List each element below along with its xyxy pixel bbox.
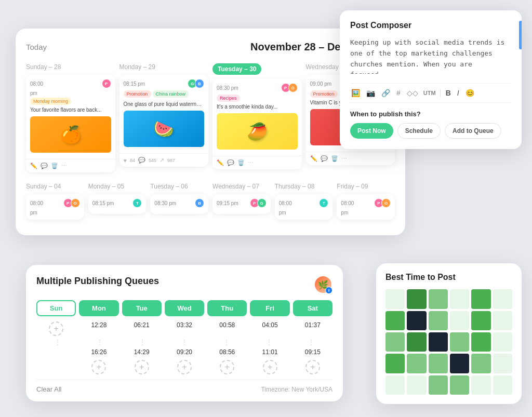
heatmap-cell-1-3 bbox=[450, 311, 469, 330]
post-time-monday: 08:15 pm G B bbox=[124, 79, 205, 88]
add-time-mon[interactable]: + bbox=[91, 360, 106, 374]
tag-promotion-wed: Promotion bbox=[310, 90, 338, 98]
week-row-2: Sunday – 04 08:00 P O pm Monday – 05 08:… bbox=[26, 183, 395, 220]
day-header-monday: Monday – 29 bbox=[119, 63, 209, 71]
post-card-fri09[interactable]: 08:00 P O pm bbox=[337, 194, 395, 220]
add-col-tue: + bbox=[122, 360, 162, 374]
add-time-tue[interactable]: + bbox=[135, 360, 149, 374]
heart-icon[interactable]: ♥ bbox=[124, 157, 127, 164]
tab-thu[interactable]: Thu bbox=[207, 300, 247, 316]
delete-icon[interactable]: 🗑️ bbox=[331, 155, 338, 162]
heatmap-cell-3-2 bbox=[429, 354, 448, 373]
composer-title: Post Composer bbox=[350, 21, 511, 30]
more-icon[interactable]: ⋯ bbox=[341, 155, 347, 162]
queue-time-fri1: 04:05 bbox=[262, 321, 278, 329]
post-image-tuesday: 🥭 bbox=[217, 113, 298, 150]
day-header-thu08: Thursday – 08 bbox=[275, 183, 333, 190]
day-header-sunday: Sunday – 28 bbox=[26, 63, 115, 71]
heatmap-cell-4-3 bbox=[450, 375, 469, 395]
tab-fri[interactable]: Fri bbox=[250, 300, 289, 316]
link-toolbar-icon[interactable]: 🔗 bbox=[380, 88, 391, 98]
queue-time-sat2: 09:15 bbox=[305, 348, 321, 356]
add-col-thu: + bbox=[207, 360, 247, 374]
queue-col-thu: 00:58 bbox=[207, 321, 247, 336]
avatar: O bbox=[381, 198, 391, 208]
utm-label[interactable]: UTM bbox=[423, 90, 436, 96]
comment-icon[interactable]: 💬 bbox=[321, 155, 328, 162]
more-icon[interactable]: ⋯ bbox=[61, 163, 67, 169]
toolbar-divider bbox=[440, 89, 441, 97]
edit-icon[interactable]: ✏️ bbox=[310, 155, 317, 162]
add-time-sat[interactable]: + bbox=[305, 360, 320, 374]
add-col-sun bbox=[36, 360, 76, 374]
tab-wed[interactable]: Wed bbox=[165, 300, 204, 316]
publish-buttons: Post Now Schedule Add to Queue bbox=[350, 123, 511, 139]
tab-tue[interactable]: Tue bbox=[122, 300, 162, 316]
clear-all-button[interactable]: Clear All bbox=[36, 385, 61, 393]
edit-icon[interactable]: ✏️ bbox=[217, 159, 224, 166]
queue-col-tue2: 14:29 bbox=[122, 348, 162, 356]
add-time-fri[interactable]: + bbox=[263, 360, 277, 374]
heatmap-cell-2-3 bbox=[450, 332, 469, 352]
queue-col-fri: 04:05 bbox=[250, 321, 289, 336]
publish-label: When to publish this? bbox=[350, 110, 511, 118]
add-time-wed[interactable]: + bbox=[177, 360, 192, 374]
post-now-button[interactable]: Post Now bbox=[350, 123, 393, 139]
post-card-tue06[interactable]: 08:30 pm B bbox=[150, 194, 208, 214]
heatmap-cell-2-2 bbox=[429, 332, 448, 352]
tag-china-rainbow: China rainbow bbox=[153, 90, 189, 98]
post-time-sunday: 08:00 P bbox=[30, 79, 111, 88]
post-card-tuesday[interactable]: 08:30 pm P O Recipes It's a smoothie kin… bbox=[212, 79, 302, 169]
add-to-queue-button[interactable]: Add to Queue bbox=[445, 123, 501, 139]
composer-accent-bar bbox=[519, 21, 522, 49]
video-toolbar-icon[interactable]: 📷 bbox=[365, 88, 376, 98]
queue-time-mon2: 16:26 bbox=[91, 348, 107, 356]
tab-sat[interactable]: Sat bbox=[293, 300, 332, 316]
comment-icon[interactable]: 💬 bbox=[227, 159, 234, 166]
post-card-sunday[interactable]: 08:00 P pm Monday morning Your favorite … bbox=[26, 75, 115, 172]
add-time-thu[interactable]: + bbox=[220, 360, 234, 374]
post-card-sun04[interactable]: 08:00 P O pm bbox=[26, 194, 84, 220]
today-label: Today bbox=[26, 43, 47, 51]
add-time-sun[interactable]: + bbox=[49, 321, 63, 336]
queue-time-wed2: 09:20 bbox=[177, 348, 192, 356]
heatmap-cell-1-4 bbox=[471, 311, 490, 330]
tab-sun[interactable]: Sun bbox=[36, 300, 76, 316]
queue-col-thu2: 08:56 bbox=[207, 348, 247, 356]
delete-icon[interactable]: 🗑️ bbox=[51, 163, 58, 169]
post-card-thu08[interactable]: 08:00 T pm bbox=[275, 194, 333, 220]
bold-toolbar-icon[interactable]: B bbox=[445, 88, 452, 98]
schedule-button[interactable]: Schedule bbox=[397, 123, 441, 139]
tab-mon[interactable]: Mon bbox=[79, 300, 118, 316]
more-icon[interactable]: ⋯ bbox=[248, 159, 254, 166]
post-card-wed07[interactable]: 09:15 pm P G bbox=[212, 194, 271, 214]
share-icon[interactable]: ↗ bbox=[159, 157, 164, 164]
hash-toolbar-icon[interactable]: # bbox=[395, 88, 402, 98]
heatmap-cell-0-2 bbox=[429, 289, 448, 308]
post-card-monday[interactable]: 08:15 pm G B Promotion China rainbow One… bbox=[119, 75, 209, 167]
day-wednesday-07: Wednesday – 07 09:15 pm P G bbox=[212, 183, 271, 220]
post-card-mon05[interactable]: 08:15 pm T bbox=[88, 194, 147, 214]
image-toolbar-icon[interactable]: 🖼️ bbox=[350, 88, 361, 98]
add-col-sat: + bbox=[293, 360, 332, 374]
avatar: P bbox=[102, 79, 111, 88]
day-thursday-08: Thursday – 08 08:00 T pm bbox=[275, 183, 333, 220]
heatmap-cell-0-5 bbox=[493, 289, 512, 308]
comment-icon[interactable]: 💬 bbox=[41, 163, 48, 169]
comment-icon[interactable]: 💬 bbox=[138, 157, 145, 164]
post-actions-sunday: ✏️ 💬 🗑️ ⋯ bbox=[26, 159, 115, 172]
queue-times-row1: + 12:28 06:21 03:32 00:58 04:05 01:37 bbox=[36, 321, 332, 336]
heatmap-cell-3-1 bbox=[407, 354, 426, 373]
composer-text-input[interactable] bbox=[350, 37, 511, 74]
day-monday-05: Monday – 05 08:15 pm T bbox=[88, 183, 147, 220]
edit-icon[interactable]: ✏️ bbox=[30, 163, 37, 169]
italic-toolbar-icon[interactable]: I bbox=[456, 88, 460, 98]
day-tuesday-06: Tuesday – 06 08:30 pm B bbox=[150, 183, 208, 220]
emoji-toolbar-icon[interactable]: 😊 bbox=[464, 88, 475, 98]
col-dots-mon: ⋮ bbox=[78, 338, 121, 346]
best-time-title: Best Time to Post bbox=[385, 273, 512, 282]
code-toolbar-icon[interactable]: ◇◇ bbox=[406, 88, 419, 98]
post-text-tuesday: It's a smoothie kinda day... bbox=[217, 103, 298, 110]
delete-icon[interactable]: 🗑️ bbox=[237, 159, 245, 166]
heatmap-cell-2-4 bbox=[471, 332, 490, 352]
